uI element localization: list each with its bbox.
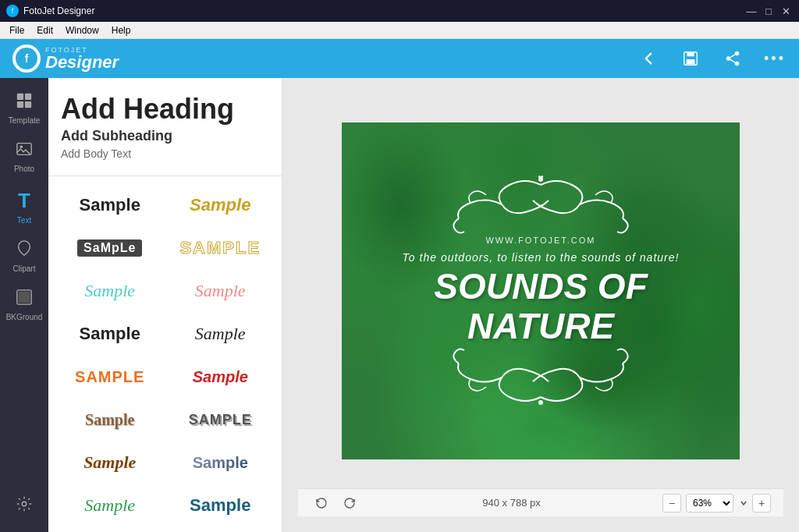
- more-button[interactable]: •••: [763, 47, 787, 70]
- svg-line-7: [730, 55, 735, 58]
- logo-circle: f: [12, 44, 41, 73]
- zoom-select[interactable]: 63% 50% 75% 100%: [686, 494, 733, 512]
- svg-point-17: [538, 177, 543, 182]
- style-sample-1: Sample: [80, 195, 140, 215]
- style-sample-12: SAMPLE: [189, 412, 252, 428]
- svg-rect-8: [17, 94, 23, 100]
- canvas-overlay: WWW.FOTOJET.COM To the outdoors, to list…: [342, 122, 740, 459]
- toolbar-actions: •••: [637, 47, 787, 70]
- canvas-container: WWW.FOTOJET.COM To the outdoors, to list…: [298, 94, 783, 488]
- text-style-3[interactable]: SaMpLe: [55, 227, 165, 270]
- add-subheading[interactable]: Add Subheading: [61, 128, 269, 144]
- text-style-11[interactable]: Sample: [55, 399, 165, 442]
- text-style-10[interactable]: Sample: [165, 356, 276, 399]
- text-style-4[interactable]: SAMPLE: [165, 227, 276, 270]
- sidebar-item-clipart[interactable]: Clipart: [0, 232, 48, 281]
- share-button[interactable]: [721, 47, 744, 70]
- sidebar-label-photo: Photo: [14, 165, 34, 173]
- text-style-5[interactable]: Sample: [55, 270, 165, 313]
- text-style-14[interactable]: Sample: [165, 442, 276, 484]
- canvas-image[interactable]: WWW.FOTOJET.COM To the outdoors, to list…: [342, 122, 740, 459]
- app-icon: f: [6, 5, 19, 17]
- text-style-1[interactable]: Sample: [55, 184, 165, 227]
- svg-point-3: [735, 51, 740, 56]
- logo-inner: f: [16, 48, 37, 69]
- undo-icon: [315, 497, 328, 509]
- add-body[interactable]: Add Body Text: [61, 147, 269, 160]
- text-style-2[interactable]: Sample: [165, 184, 276, 227]
- add-heading[interactable]: Add Heading: [61, 94, 269, 125]
- panel-divider: [48, 176, 282, 176]
- style-sample-9: SAMPLE: [75, 368, 144, 386]
- style-sample-11: Sample: [85, 411, 134, 429]
- settings-icon: [16, 495, 33, 516]
- maximize-button[interactable]: □: [762, 4, 776, 18]
- canvas-size: 940 x 788 px: [482, 497, 540, 509]
- svg-line-6: [730, 59, 735, 62]
- menubar: File Edit Window Help: [0, 22, 799, 39]
- save-button[interactable]: [679, 47, 702, 70]
- undo-button[interactable]: [311, 492, 332, 514]
- svg-rect-10: [17, 101, 23, 108]
- svg-rect-2: [687, 59, 695, 64]
- titlebar-title: FotoJet Designer: [23, 5, 94, 16]
- share-icon: [724, 50, 741, 67]
- back-icon: [640, 50, 657, 67]
- text-panel: Add Heading Add Subheading Add Body Text…: [48, 78, 282, 532]
- style-sample-10: Sample: [193, 368, 248, 386]
- sidebar-item-template[interactable]: Template: [0, 84, 48, 133]
- titlebar: f FotoJet Designer — □ ✕: [0, 0, 799, 22]
- text-icon: T: [18, 189, 30, 213]
- back-button[interactable]: [637, 47, 660, 70]
- more-icon: •••: [764, 51, 786, 67]
- style-sample-15: Sample: [84, 495, 135, 516]
- menu-edit[interactable]: Edit: [30, 23, 59, 37]
- zoom-dropdown-indicator: [740, 499, 748, 507]
- svg-rect-15: [19, 292, 30, 303]
- svg-point-13: [20, 145, 23, 148]
- text-style-15[interactable]: Sample: [55, 484, 165, 527]
- text-styles-grid: Sample Sample SaMpLe SAMPLE Sample Sampl…: [48, 184, 282, 527]
- ornament-top-svg: [431, 173, 650, 236]
- website-url: WWW.FOTOJET.COM: [485, 236, 595, 245]
- canvas-main-title: SOUNDS OF NATURE: [357, 267, 724, 346]
- menu-help[interactable]: Help: [105, 23, 137, 37]
- menu-window[interactable]: Window: [59, 23, 105, 37]
- style-sample-7: Sample: [80, 324, 140, 344]
- toolbar: f FOTOJET Designer: [0, 39, 799, 78]
- style-sample-16: Sample: [190, 495, 250, 516]
- text-style-12[interactable]: SAMPLE: [165, 399, 276, 442]
- menu-file[interactable]: File: [3, 23, 30, 37]
- sidebar-item-photo[interactable]: Photo: [0, 133, 48, 181]
- sidebar-item-bkground[interactable]: BKGround: [0, 281, 48, 329]
- ornament-bottom-svg: [431, 346, 650, 409]
- icon-sidebar: Template Photo T Text Clipart: [0, 78, 48, 532]
- logo-designer: Designer: [45, 54, 119, 71]
- text-style-9[interactable]: SAMPLE: [55, 356, 165, 399]
- redo-icon: [343, 497, 356, 509]
- style-sample-14: Sample: [190, 452, 251, 473]
- zoom-out-button[interactable]: −: [662, 494, 681, 512]
- text-style-13[interactable]: Sample: [55, 442, 165, 484]
- sidebar-item-settings[interactable]: [0, 488, 48, 524]
- redo-button[interactable]: [339, 492, 360, 514]
- text-style-16[interactable]: Sample: [165, 484, 276, 527]
- text-style-8[interactable]: Sample: [165, 313, 276, 356]
- canvas-area: WWW.FOTOJET.COM To the outdoors, to list…: [282, 78, 799, 532]
- main-layout: Template Photo T Text Clipart: [0, 78, 799, 532]
- sidebar-item-text[interactable]: T Text: [0, 181, 48, 232]
- zoom-controls: − 63% 50% 75% 100% +: [662, 494, 771, 512]
- svg-rect-1: [687, 52, 694, 57]
- titlebar-controls[interactable]: — □ ✕: [744, 4, 793, 18]
- close-button[interactable]: ✕: [779, 4, 793, 18]
- sidebar-label-bkground: BKGround: [6, 313, 43, 321]
- text-style-7[interactable]: Sample: [55, 313, 165, 356]
- logo-text: FOTOJET Designer: [45, 47, 119, 71]
- minimize-button[interactable]: —: [744, 4, 758, 18]
- text-style-6[interactable]: Sample: [165, 270, 276, 313]
- sidebar-label-clipart: Clipart: [13, 264, 36, 273]
- zoom-in-button[interactable]: +: [752, 494, 771, 512]
- canvas-tagline: To the outdoors, to listen to the sounds…: [403, 251, 680, 264]
- style-sample-6: Sample: [195, 281, 246, 301]
- svg-point-5: [735, 62, 740, 66]
